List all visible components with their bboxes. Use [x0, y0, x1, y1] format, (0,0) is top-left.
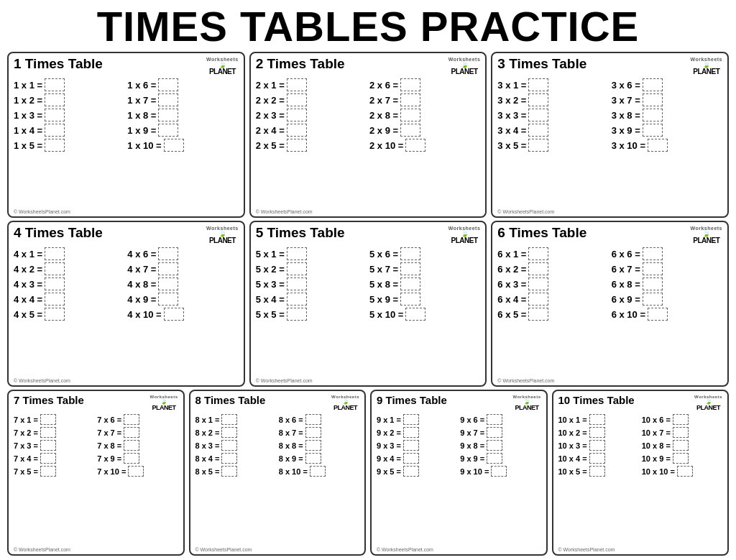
answer-box[interactable]: [287, 277, 307, 290]
answer-box[interactable]: [487, 440, 502, 451]
answer-box[interactable]: [403, 466, 419, 477]
answer-box[interactable]: [643, 78, 663, 91]
answer-box[interactable]: [528, 308, 548, 321]
answer-box[interactable]: [45, 78, 65, 91]
answer-box[interactable]: [158, 124, 178, 137]
answer-box[interactable]: [528, 293, 548, 306]
answer-box[interactable]: [158, 293, 178, 306]
answer-box[interactable]: [643, 262, 663, 275]
answer-box[interactable]: [648, 139, 668, 152]
answer-box[interactable]: [40, 453, 56, 464]
answer-box[interactable]: [40, 414, 56, 425]
answer-box[interactable]: [221, 414, 237, 425]
answer-box[interactable]: [305, 453, 321, 464]
answer-box[interactable]: [487, 453, 502, 464]
answer-box[interactable]: [40, 440, 56, 451]
answer-box[interactable]: [40, 466, 56, 477]
answer-box[interactable]: [400, 262, 420, 275]
answer-box[interactable]: [124, 414, 139, 425]
answer-box[interactable]: [221, 453, 237, 464]
answer-box[interactable]: [400, 93, 420, 106]
answer-box[interactable]: [643, 293, 663, 306]
answer-box[interactable]: [491, 466, 507, 477]
answer-box[interactable]: [45, 293, 65, 306]
answer-box[interactable]: [45, 109, 65, 121]
answer-box[interactable]: [528, 93, 548, 106]
answer-box[interactable]: [40, 427, 56, 438]
answer-box[interactable]: [403, 453, 419, 464]
answer-box[interactable]: [648, 308, 668, 321]
answer-box[interactable]: [589, 427, 605, 438]
answer-box[interactable]: [287, 247, 307, 260]
answer-box[interactable]: [528, 78, 548, 91]
answer-box[interactable]: [643, 247, 663, 260]
answer-box[interactable]: [589, 466, 605, 477]
answer-box[interactable]: [287, 109, 307, 121]
answer-box[interactable]: [124, 440, 139, 451]
answer-box[interactable]: [287, 78, 307, 91]
answer-box[interactable]: [158, 247, 178, 260]
answer-box[interactable]: [403, 427, 419, 438]
answer-box[interactable]: [164, 308, 184, 321]
answer-box[interactable]: [643, 124, 663, 137]
answer-box[interactable]: [673, 427, 689, 438]
answer-box[interactable]: [287, 308, 307, 321]
answer-box[interactable]: [124, 427, 139, 438]
answer-box[interactable]: [164, 139, 184, 152]
answer-box[interactable]: [45, 93, 65, 106]
answer-box[interactable]: [528, 109, 548, 121]
answer-box[interactable]: [400, 277, 420, 290]
answer-box[interactable]: [305, 414, 321, 425]
answer-box[interactable]: [400, 247, 420, 260]
answer-box[interactable]: [287, 93, 307, 106]
answer-box[interactable]: [305, 427, 321, 438]
answer-box[interactable]: [673, 440, 689, 451]
answer-box[interactable]: [643, 93, 663, 106]
answer-box[interactable]: [45, 124, 65, 137]
answer-box[interactable]: [528, 247, 548, 260]
answer-box[interactable]: [158, 78, 178, 91]
answer-box[interactable]: [45, 308, 65, 321]
answer-box[interactable]: [158, 93, 178, 106]
answer-box[interactable]: [45, 139, 65, 152]
answer-box[interactable]: [221, 427, 237, 438]
answer-box[interactable]: [45, 262, 65, 275]
answer-box[interactable]: [528, 262, 548, 275]
answer-box[interactable]: [589, 453, 605, 464]
answer-box[interactable]: [589, 440, 605, 451]
answer-box[interactable]: [158, 262, 178, 275]
answer-box[interactable]: [158, 109, 178, 121]
answer-box[interactable]: [677, 466, 693, 477]
answer-box[interactable]: [487, 427, 502, 438]
answer-box[interactable]: [287, 262, 307, 275]
answer-box[interactable]: [45, 277, 65, 290]
answer-box[interactable]: [528, 277, 548, 290]
answer-box[interactable]: [403, 414, 419, 425]
answer-box[interactable]: [643, 109, 663, 121]
answer-box[interactable]: [287, 124, 307, 137]
answer-box[interactable]: [287, 293, 307, 306]
answer-box[interactable]: [487, 414, 502, 425]
answer-box[interactable]: [221, 440, 237, 451]
answer-box[interactable]: [528, 124, 548, 137]
answer-box[interactable]: [158, 277, 178, 290]
answer-box[interactable]: [643, 277, 663, 290]
answer-box[interactable]: [400, 78, 420, 91]
answer-box[interactable]: [45, 247, 65, 260]
answer-box[interactable]: [528, 139, 548, 152]
answer-box[interactable]: [128, 466, 144, 477]
answer-box[interactable]: [403, 440, 419, 451]
answer-box[interactable]: [400, 124, 420, 137]
answer-box[interactable]: [405, 308, 426, 321]
answer-box[interactable]: [405, 139, 426, 152]
answer-box[interactable]: [400, 109, 420, 121]
answer-box[interactable]: [673, 414, 689, 425]
answer-box[interactable]: [400, 293, 420, 306]
answer-box[interactable]: [673, 453, 689, 464]
answer-box[interactable]: [310, 466, 326, 477]
answer-box[interactable]: [589, 414, 605, 425]
answer-box[interactable]: [287, 139, 307, 152]
answer-box[interactable]: [124, 453, 139, 464]
answer-box[interactable]: [305, 440, 321, 451]
answer-box[interactable]: [221, 466, 237, 477]
